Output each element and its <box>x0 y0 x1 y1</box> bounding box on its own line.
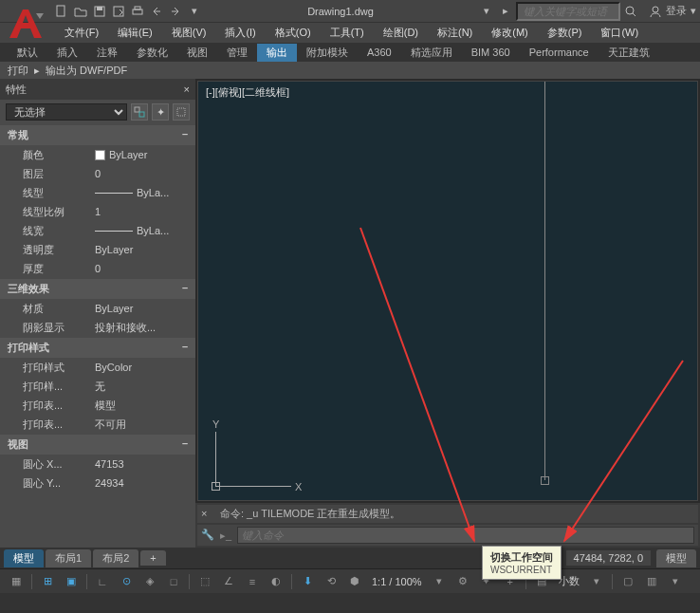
hwaccel-icon[interactable]: ▢ <box>617 572 638 591</box>
layout-tab-2[interactable]: 布局2 <box>93 549 138 567</box>
prop-lineweight-value[interactable]: ByLa... <box>91 225 195 236</box>
prop-linescale-value[interactable]: 1 <box>91 206 195 217</box>
properties-palette: 特性 × 无选择 ✦ 常规– 颜色ByLayer 图层0 线型ByLa... 线… <box>0 79 195 548</box>
ribbon-tab-9[interactable]: 精选应用 <box>401 44 462 62</box>
selection-dropdown[interactable]: 无选择 <box>6 103 127 121</box>
qat-dropdown-icon[interactable]: ▾ <box>186 3 203 20</box>
menu-format[interactable]: 格式(O) <box>266 26 321 40</box>
prop-color-value[interactable]: ByLayer <box>91 149 195 160</box>
prop-centerx-value[interactable]: 47153 <box>91 458 195 470</box>
cat-general[interactable]: 常规– <box>0 125 195 145</box>
cmd-close-icon[interactable]: × <box>201 508 214 521</box>
menu-modify[interactable]: 修改(M) <box>482 26 538 40</box>
scale-dropdown-icon[interactable]: ▾ <box>429 572 450 591</box>
dyninput-icon[interactable]: ⬇ <box>297 572 318 591</box>
layout-tab-0[interactable]: 模型 <box>4 549 44 567</box>
workspace-icon[interactable]: ⚙ <box>452 572 473 591</box>
menu-tools[interactable]: 工具(T) <box>321 26 374 40</box>
osnap-icon[interactable]: □ <box>163 572 184 591</box>
cycling-icon[interactable]: ⟲ <box>321 572 341 591</box>
model-space-icon[interactable]: ▦ <box>6 572 27 591</box>
ribbon-tab-11[interactable]: Performance <box>520 45 599 60</box>
isodraft-icon[interactable]: ◈ <box>139 572 160 591</box>
prop-centery-value[interactable]: 24934 <box>91 477 195 489</box>
menu-file[interactable]: 文件(F) <box>55 26 108 40</box>
ribbon-tab-5[interactable]: 管理 <box>217 44 257 62</box>
quickselect-icon[interactable] <box>131 103 148 121</box>
command-input[interactable] <box>237 527 694 544</box>
prop-plotstyle2-value[interactable]: 无 <box>91 380 195 394</box>
polar-icon[interactable]: ⊙ <box>116 572 137 591</box>
3dosnap-icon[interactable]: ⬚ <box>194 572 215 591</box>
collapse-icon: – <box>182 128 188 142</box>
panel-export[interactable]: 输出为 DWF/PDF <box>46 64 127 78</box>
viewport-label[interactable]: [-][俯视][二维线框] <box>206 85 289 100</box>
coordinate-readout[interactable]: 47484, 7282, 0 <box>566 550 651 566</box>
cmd-config-icon[interactable]: 🔧 <box>201 529 214 542</box>
add-layout-tab[interactable]: + <box>140 550 165 566</box>
otrack-icon[interactable]: ∠ <box>218 572 239 591</box>
save-icon[interactable] <box>91 3 108 20</box>
properties-close-icon[interactable]: × <box>184 84 190 95</box>
panel-print[interactable]: 打印 <box>8 64 28 78</box>
redo-icon[interactable] <box>167 3 184 20</box>
grid-icon[interactable]: ⊞ <box>37 572 58 591</box>
units-dropdown-icon[interactable]: ▾ <box>586 572 607 591</box>
menu-insert[interactable]: 插入(I) <box>215 26 265 40</box>
isolate-icon[interactable]: ▥ <box>641 572 662 591</box>
cat-view[interactable]: 视图– <box>0 435 195 455</box>
menu-draw[interactable]: 绘图(D) <box>374 26 428 40</box>
menu-parametric[interactable]: 参数(P) <box>538 26 592 40</box>
prop-plotstyle-value[interactable]: ByColor <box>91 362 195 373</box>
transparency-icon[interactable]: ◐ <box>266 572 286 591</box>
app-logo[interactable] <box>6 6 47 42</box>
search-icon[interactable] <box>622 3 639 20</box>
command-history: 命令: _u TILEMODE 正在重生成模型。 <box>220 507 401 521</box>
cat-3d[interactable]: 三维效果– <box>0 279 195 299</box>
menu-view[interactable]: 视图(V) <box>162 26 216 40</box>
ribbon-tab-0[interactable]: 默认 <box>8 44 47 62</box>
search-input[interactable] <box>516 2 620 21</box>
open-icon[interactable] <box>72 3 89 20</box>
print-icon[interactable] <box>129 3 146 20</box>
snap-icon[interactable]: ▣ <box>61 572 82 591</box>
drawing-canvas[interactable]: [-][俯视][二维线框] YX <box>197 81 698 501</box>
cat-plot[interactable]: 打印样式– <box>0 338 195 358</box>
saveas-icon[interactable] <box>110 3 127 20</box>
ribbon-tab-3[interactable]: 参数化 <box>127 44 177 62</box>
prop-plottable2-label: 打印表... <box>0 418 91 432</box>
layout-tab-1[interactable]: 布局1 <box>46 549 91 567</box>
prop-plottable-value[interactable]: 模型 <box>91 399 195 413</box>
ribbon-tab-10[interactable]: BIM 360 <box>462 45 520 60</box>
ribbon-tab-8[interactable]: A360 <box>358 45 401 60</box>
pickadd-icon[interactable]: ✦ <box>152 103 169 121</box>
ortho-icon[interactable]: ∟ <box>92 572 113 591</box>
prop-layer-value[interactable]: 0 <box>91 168 195 179</box>
undo-icon[interactable] <box>148 3 165 20</box>
customization-icon[interactable]: ▾ <box>665 572 686 591</box>
3d-icon[interactable]: ⬢ <box>344 572 365 591</box>
title-dropdown-icon[interactable]: ▾ <box>478 3 495 20</box>
space-indicator[interactable]: 模型 <box>656 549 696 567</box>
ribbon-tab-12[interactable]: 天正建筑 <box>599 44 659 62</box>
menu-edit[interactable]: 编辑(E) <box>108 26 162 40</box>
prop-linetype-value[interactable]: ByLa... <box>91 187 195 198</box>
ribbon-tab-2[interactable]: 注释 <box>87 44 127 62</box>
prop-plottable2-value[interactable]: 不可用 <box>91 418 195 432</box>
anno-scale[interactable]: 1:1 / 100% <box>368 576 426 587</box>
lineweight-icon[interactable]: ≡ <box>242 572 263 591</box>
prop-shadow-value[interactable]: 投射和接收... <box>91 321 195 335</box>
prop-transparency-value[interactable]: ByLayer <box>91 244 195 255</box>
login-button[interactable]: 登录 ▾ <box>649 4 696 18</box>
menu-dimension[interactable]: 标注(N) <box>428 26 482 40</box>
ribbon-tab-6[interactable]: 输出 <box>257 44 297 62</box>
search-glass-icon: ▸ <box>497 3 514 20</box>
prop-thickness-value[interactable]: 0 <box>91 263 195 274</box>
select-objects-icon[interactable] <box>173 103 190 121</box>
prop-material-value[interactable]: ByLayer <box>91 303 195 314</box>
ribbon-tab-4[interactable]: 视图 <box>177 44 217 62</box>
ribbon-tab-1[interactable]: 插入 <box>47 44 87 62</box>
ribbon-tab-7[interactable]: 附加模块 <box>297 44 358 62</box>
new-icon[interactable] <box>53 3 70 20</box>
menu-window[interactable]: 窗口(W) <box>591 26 648 40</box>
